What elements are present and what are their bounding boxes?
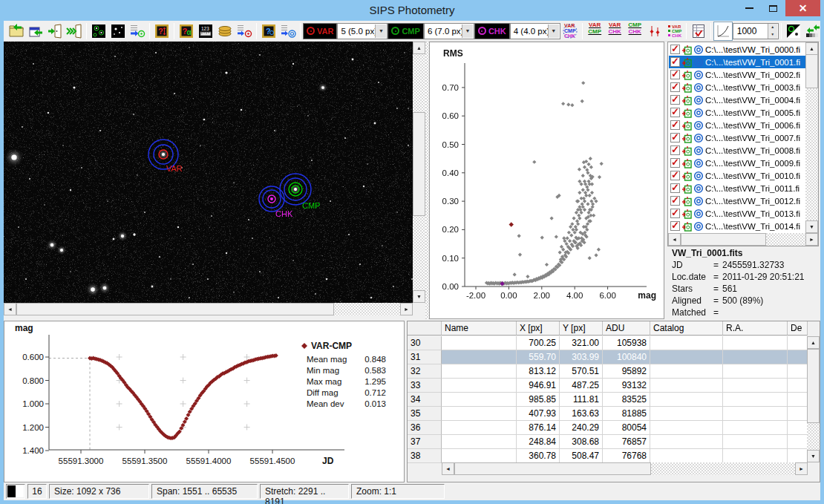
scrollbar-thumb[interactable] [807, 349, 820, 423]
detect-stars-button[interactable] [89, 22, 108, 41]
close-button[interactable]: ✕ [785, 0, 820, 16]
table-cell[interactable]: 308.68 [560, 435, 603, 449]
file-checkbox[interactable]: ✓ [670, 171, 680, 180]
match-stars-button[interactable] [278, 22, 298, 41]
stretch-gradient-button[interactable] [803, 22, 820, 41]
file-list-item[interactable]: ✓C:\...\test\VW_Tri_0007.fi [669, 131, 806, 144]
table-row[interactable]: 31559.70303.99100840 [408, 350, 808, 364]
dropdown-arrow-icon[interactable]: ▼ [548, 24, 559, 38]
table-cell[interactable] [650, 449, 723, 463]
file-list-item[interactable]: ✓C:\...\test\VW_Tri_0013.fi [669, 207, 806, 220]
file-list-item[interactable]: ✓C:\...\test\VW_Tri_0005.fi [669, 106, 806, 119]
table-cell[interactable]: 80054 [603, 421, 650, 435]
scroll-down-icon[interactable]: ▼ [413, 290, 425, 303]
cmp-toggle-button[interactable]: CMP [388, 23, 423, 39]
table-row[interactable]: 38360.78508.4776768 [408, 449, 808, 463]
row-number-cell[interactable]: 32 [408, 364, 442, 379]
table-cell[interactable] [442, 449, 517, 463]
table-cell[interactable] [442, 364, 517, 379]
table-cell[interactable]: 946.91 [517, 379, 560, 393]
table-cell[interactable] [442, 336, 517, 350]
rms-plot-pane[interactable]: -2.000.002.004.006.000.000.100.200.300.4… [429, 42, 664, 319]
scroll-left-icon[interactable]: ◄ [4, 303, 16, 315]
row-number-cell[interactable]: 34 [408, 393, 442, 407]
var-toggle-button[interactable]: VAR [303, 23, 337, 39]
table-cell[interactable]: 240.29 [560, 421, 603, 435]
file-list-item[interactable]: ✓C:\...\test\VW_Tri_0009.fi [669, 157, 806, 169]
table-cell[interactable]: 93132 [603, 379, 650, 393]
table-header-cell[interactable]: De [788, 321, 808, 336]
file-checkbox[interactable]: ✓ [670, 209, 680, 218]
dropdown-arrow-icon[interactable]: ▼ [375, 24, 386, 38]
scroll-right-icon[interactable]: ► [805, 233, 818, 246]
image-horizontal-scrollbar[interactable]: ◄ ► [4, 303, 413, 315]
display-mode-button[interactable] [784, 22, 803, 41]
table-cell[interactable]: 105938 [603, 336, 650, 350]
table-cell[interactable] [723, 421, 788, 435]
table-cell[interactable] [650, 421, 723, 435]
error-bars-button[interactable] [645, 22, 664, 41]
table-cell[interactable] [442, 379, 517, 393]
table-cell[interactable] [650, 393, 723, 407]
row-number-cell[interactable]: 37 [408, 435, 442, 449]
file-list-item[interactable]: ✓C:\...\test\VW_Tri_0008.fi [669, 144, 806, 157]
table-header-cell[interactable]: ADU [603, 321, 650, 336]
multi-curve-list-button[interactable]: VARCMPCHK [664, 22, 684, 41]
file-checkbox[interactable]: ✓ [670, 221, 680, 231]
ensemble-button[interactable]: VARCMPCHK [560, 22, 580, 41]
matching-wizard-button[interactable]: ? [259, 22, 278, 41]
table-cell[interactable]: 303.99 [560, 350, 603, 364]
table-cell[interactable] [442, 435, 517, 449]
file-checkbox[interactable]: ✓ [670, 95, 680, 105]
table-cell[interactable] [723, 407, 788, 421]
table-row[interactable]: 33946.91487.2593132 [408, 379, 808, 393]
table-header-cell[interactable] [408, 321, 442, 336]
table-cell[interactable]: 876.14 [517, 421, 560, 435]
table-cell[interactable]: 100840 [603, 350, 650, 364]
add-to-reference-button[interactable] [128, 22, 147, 41]
table-cell[interactable]: 248.84 [517, 435, 560, 449]
scroll-up-icon[interactable]: ▲ [807, 336, 820, 349]
table-cell[interactable] [650, 364, 723, 379]
files-horizontal-scrollbar[interactable]: ◄ ► [668, 233, 818, 246]
table-vertical-scrollbar[interactable]: ▲ ▼ [807, 336, 820, 462]
close-image-button[interactable] [45, 22, 65, 41]
open-files-button[interactable] [7, 22, 26, 41]
image-stars-button[interactable] [108, 22, 128, 41]
minimize-button[interactable] [738, 0, 760, 16]
table-cell[interactable] [442, 407, 517, 421]
table-cell[interactable] [788, 336, 808, 350]
scroll-left-icon[interactable]: ◄ [668, 233, 681, 246]
table-row[interactable]: 30700.25321.00105938 [408, 336, 808, 350]
table-header-cell[interactable]: R.A. [723, 321, 788, 336]
star-field-image[interactable] [4, 42, 413, 303]
file-checkbox[interactable]: ✓ [670, 45, 680, 54]
table-horizontal-scrollbar[interactable]: ◄ ► [442, 462, 808, 475]
scroll-down-icon[interactable]: ▼ [805, 220, 818, 233]
table-header-cell[interactable]: Y [px] [560, 321, 603, 336]
table-cell[interactable] [788, 421, 808, 435]
table-cell[interactable]: 76857 [603, 435, 650, 449]
chk-toggle-button[interactable]: CHK [474, 23, 510, 39]
table-cell[interactable] [723, 350, 788, 364]
file-checkbox[interactable]: ✓ [670, 145, 680, 155]
maximize-button[interactable] [762, 0, 784, 16]
table-cell[interactable]: 111.81 [560, 393, 603, 407]
table-cell[interactable] [788, 364, 808, 379]
scroll-down-icon[interactable]: ▼ [807, 450, 820, 462]
stretch-curve-button[interactable] [713, 22, 733, 41]
table-cell[interactable]: 321.00 [560, 336, 603, 350]
table-cell[interactable]: 559.70 [517, 350, 560, 364]
table-cell[interactable]: 508.47 [560, 449, 603, 463]
table-cell[interactable] [650, 350, 723, 364]
protocol-button[interactable] [689, 22, 708, 41]
scroll-up-icon[interactable]: ▲ [805, 42, 818, 55]
light-curve-chart[interactable]: 55591.300055591.350055591.400055591.4500… [4, 321, 404, 482]
table-cell[interactable]: 407.93 [517, 407, 560, 421]
scroll-left-icon[interactable]: ◄ [442, 462, 454, 475]
title-bar[interactable]: SIPS Photometry ✕ [0, 0, 824, 21]
row-number-cell[interactable]: 36 [408, 421, 442, 435]
file-checkbox[interactable]: ✓ [670, 70, 680, 79]
file-checkbox[interactable]: ✓ [670, 196, 680, 206]
file-list-item[interactable]: ✓C:\...\test\VW_Tri_0006.fi [669, 119, 806, 131]
